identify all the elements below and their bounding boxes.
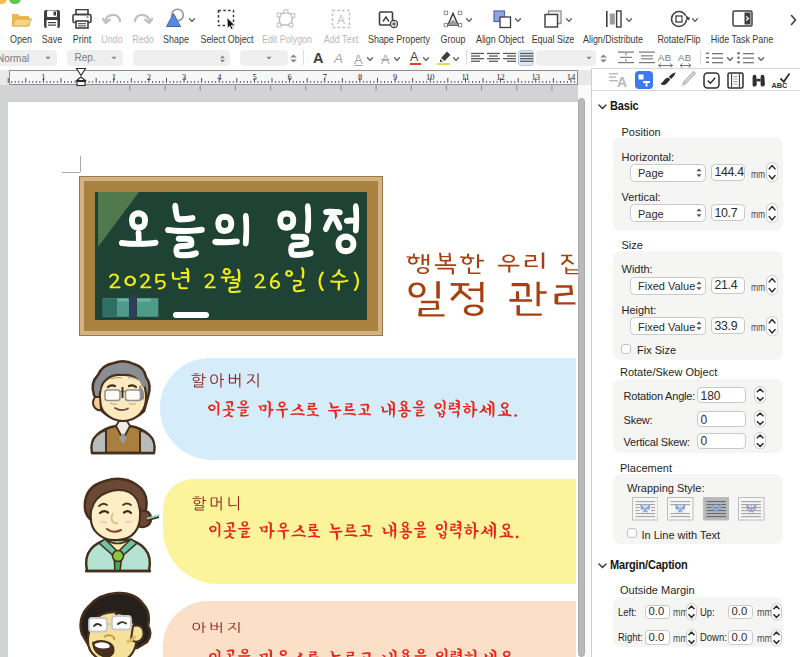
svg-text:A: A: [617, 74, 627, 88]
svg-text:ABC: ABC: [772, 81, 789, 90]
svg-text:A: A: [337, 13, 345, 27]
